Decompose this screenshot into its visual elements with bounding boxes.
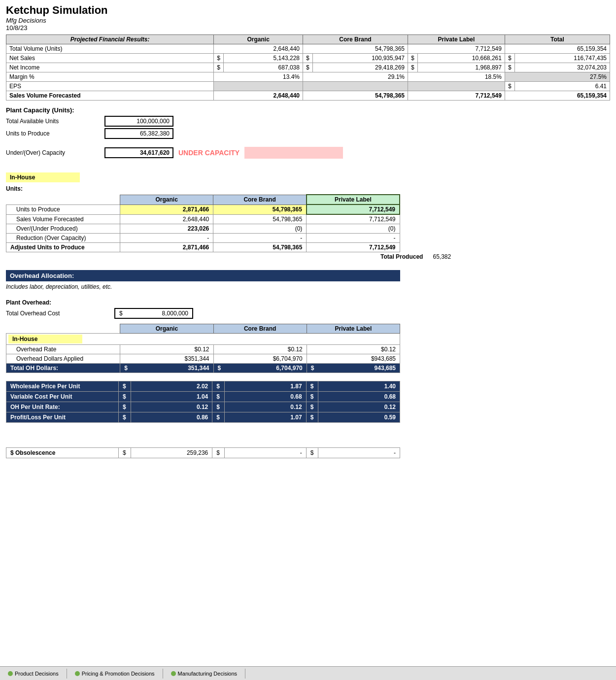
variable-organic-d: $: [118, 392, 131, 402]
profit-core: 1.07: [224, 412, 306, 423]
units-private[interactable]: 7,712,549: [307, 204, 400, 214]
obsolescence-table: $ Obsolescence $ 259,236 $ - $ -: [6, 447, 400, 458]
pricing-row-oh: OH Per Unit Rate: $ 0.12 $ 0.12 $ 0.12: [6, 402, 400, 412]
fin-val-private: 10,668,261: [417, 54, 505, 63]
table-row: In-House: [6, 334, 400, 345]
oh-unit-private-d: $: [306, 402, 318, 412]
fin-val-organic: 5,143,228: [223, 54, 303, 63]
fin-val-private: 1,968,897: [417, 63, 505, 72]
pricing-row-profit: Profit/Loss Per Unit $ 0.86 $ 1.07 $ 0.5…: [6, 412, 400, 423]
obs-core: -: [224, 448, 306, 458]
oh-col-organic: Organic: [120, 324, 213, 334]
table-row: Margin % 13.4% 29.1% 18.5% 27.5%: [6, 72, 610, 82]
financial-results-table: Projected Financial Results: Organic Cor…: [6, 34, 610, 101]
inhouse-table: Organic Core Brand Private Label Units t…: [6, 194, 400, 252]
table-row: Sales Volume Forecasted 2,648,440 54,798…: [6, 214, 400, 224]
units-organic[interactable]: 2,871,466: [120, 204, 213, 214]
oh-unit-organic-d: $: [118, 402, 131, 412]
variable-core: 0.68: [224, 392, 306, 402]
oh-col-core: Core Brand: [213, 324, 307, 334]
wholesale-label: Wholesale Price Per Unit: [6, 381, 119, 392]
units-to-produce-label: Units to Produce: [6, 130, 104, 137]
fin-row-label: Net Income: [6, 63, 214, 72]
total-oh-private: $ 943,685: [307, 364, 400, 373]
units-header: Units:: [6, 185, 610, 192]
profit-private-d: $: [306, 412, 318, 423]
fin-row-label: Net Sales: [6, 54, 214, 63]
oh-col-private: Private Label: [307, 324, 400, 334]
oh-applied-label: Overhead Dollars Applied: [6, 354, 120, 364]
units-to-produce-input[interactable]: 65,382,380: [104, 128, 173, 139]
total-overhead-dollar: $: [119, 310, 123, 317]
obs-core-d: $: [212, 448, 225, 458]
total-available-input[interactable]: 100,000,000: [104, 116, 173, 127]
wholesale-core-d: $: [212, 381, 225, 392]
plant-capacity-header: Plant Capacity (Units):: [6, 106, 610, 114]
over-organic: 223,026: [120, 224, 213, 234]
under-capacity-text: UNDER CAPACITY: [178, 149, 240, 157]
sales-organic: 2,648,440: [120, 214, 213, 224]
fin-val-private: 7,712,549: [408, 44, 505, 54]
total-overhead-label: Total Overhead Cost: [6, 310, 114, 317]
inhouse-label: In-House: [6, 172, 80, 182]
sales-vol-total: 65,159,354: [505, 91, 610, 101]
total-produced-container: Total Produced 65,382: [6, 253, 610, 260]
fin-val-private: 18.5%: [408, 72, 505, 82]
wholesale-private: 1.40: [318, 381, 400, 392]
subtitle: Mfg Decisions: [6, 17, 610, 24]
oh-inhouse-label: In-House: [8, 335, 82, 343]
reduction-core: -: [213, 234, 307, 243]
pricing-row-variable: Variable Cost Per Unit $ 1.04 $ 0.68 $ 0…: [6, 392, 400, 402]
under-over-val: 34,617,620: [104, 147, 173, 158]
oh-unit-core-d: $: [212, 402, 225, 412]
wholesale-organic: 2.02: [131, 381, 212, 392]
fin-header-label: Projected Financial Results:: [6, 35, 214, 44]
pricing-row-wholesale: Wholesale Price Per Unit $ 2.02 $ 1.87 $…: [6, 381, 400, 392]
variable-private-d: $: [306, 392, 318, 402]
oh-unit-private: 0.12: [318, 402, 400, 412]
total-overhead-input[interactable]: $ 8,000,000: [114, 308, 193, 319]
profit-organic-d: $: [118, 412, 131, 423]
table-row: Units to Produce 2,871,466 54,798,365 7,…: [6, 204, 400, 214]
total-oh-core: $ 6,704,970: [213, 364, 307, 373]
sales-private: 7,712,549: [307, 214, 400, 224]
sales-core: 54,798,365: [213, 214, 307, 224]
oh-applied-core: $ 6,704,970: [213, 354, 307, 364]
row-label-adjusted: Adjusted Units to Produce: [6, 243, 120, 252]
table-row: Sales Volume Forecasted 2,648,440 54,798…: [6, 91, 610, 101]
inhouse-section: In-House Units: Organic Core Brand Priva…: [6, 169, 610, 260]
total-overhead-val: 8,000,000: [127, 310, 188, 317]
table-row: Adjusted Units to Produce 2,871,466 54,7…: [6, 243, 400, 252]
sales-vol-label: Sales Volume Forecasted: [6, 91, 214, 101]
oh-applied-private: $ 943,685: [307, 354, 400, 364]
oh-unit-core: 0.12: [224, 402, 306, 412]
overhead-table: Organic Core Brand Private Label In-Hous…: [6, 324, 400, 373]
row-label-over: Over/(Under Produced): [6, 224, 120, 234]
units-core[interactable]: 54,798,365: [213, 204, 307, 214]
fin-val-total: 27.5%: [505, 72, 610, 82]
obs-organic: 259,236: [131, 448, 212, 458]
over-private: (0): [307, 224, 400, 234]
fin-row-label: EPS: [6, 82, 214, 91]
variable-private: 0.68: [318, 392, 400, 402]
overhead-note: Includes labor, depreciation, utilities,…: [6, 283, 610, 290]
over-core: (0): [213, 224, 307, 234]
oh-rate-private: $ 0.12: [307, 345, 400, 354]
oh-unit-organic: 0.12: [131, 402, 212, 412]
fin-val-organic: 2,648,440: [214, 44, 303, 54]
fin-val-total: 32,074,203: [514, 63, 610, 72]
overhead-header: Overhead Allocation:: [6, 270, 400, 281]
fin-header-organic: Organic: [214, 35, 303, 44]
row-label-units: Units to Produce: [6, 204, 120, 214]
fin-row-label: Margin %: [6, 72, 214, 82]
under-over-label: Under/(Over) Capacity: [6, 149, 104, 156]
oh-rate-label: Overhead Rate: [6, 345, 120, 354]
sales-vol-core: 54,798,365: [303, 91, 408, 101]
profit-label: Profit/Loss Per Unit: [6, 412, 119, 423]
units-to-produce-row: Units to Produce 65,382,380: [6, 128, 610, 139]
variable-organic: 1.04: [131, 392, 212, 402]
oh-unit-label: OH Per Unit Rate:: [6, 402, 119, 412]
oh-rate-organic: $ 0.12: [120, 345, 213, 354]
table-row: Over/(Under Produced) 223,026 (0) (0): [6, 224, 400, 234]
table-row: Total Volume (Units) 2,648,440 54,798,36…: [6, 44, 610, 54]
